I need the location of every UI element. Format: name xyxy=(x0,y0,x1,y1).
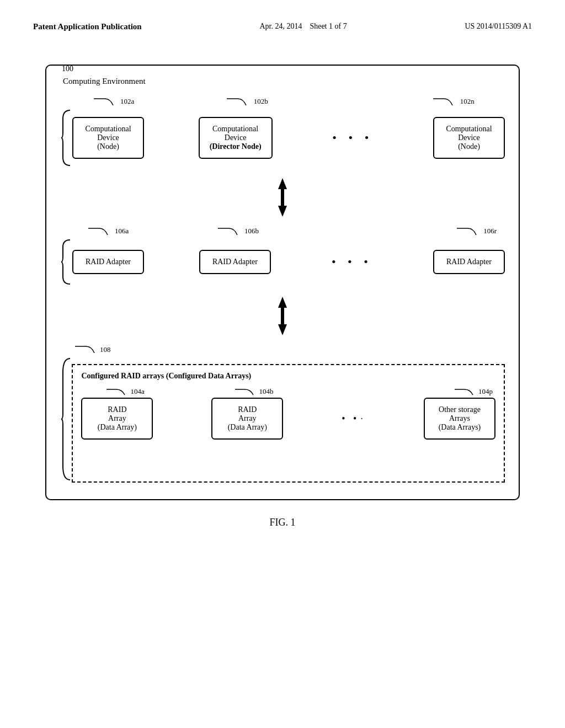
ref-106r-text: 106r xyxy=(483,227,497,235)
configured-label: Configured RAID arrays (Configured Data … xyxy=(81,372,495,381)
node-102a-line2: Device xyxy=(83,133,133,142)
ref-102n-text: 102n xyxy=(460,97,475,105)
publication-label: Patent Application Publication xyxy=(33,22,142,31)
header-left: Patent Application Publication xyxy=(33,22,142,31)
raid-adapter-106a-box: RAID Adapter xyxy=(72,250,144,274)
raid-adapter-106r-label: RAID Adapter xyxy=(446,258,492,266)
raid-adapter-106r-box: RAID Adapter xyxy=(433,250,505,274)
left-brace-configured xyxy=(60,356,72,483)
svg-marker-2 xyxy=(278,206,287,217)
node-dots: • • • xyxy=(327,131,379,145)
node-102n-line1: Computational xyxy=(444,125,494,133)
array-104a-line2: Array xyxy=(92,414,142,423)
array-104p-box: Other storage Arrays (Data Arrays) xyxy=(424,398,495,440)
ref-104a-label: 104a xyxy=(84,387,164,396)
ref-106a-label: 106a xyxy=(68,227,146,236)
raid-adapter-106a-label: RAID Adapter xyxy=(86,258,131,266)
array-104b-line1: RAID xyxy=(222,405,272,414)
ref-104p-text: 104p xyxy=(478,387,493,395)
bidirectional-arrow-2 xyxy=(266,297,299,335)
configured-dashed-box: Configured RAID arrays (Configured Data … xyxy=(72,364,505,483)
svg-rect-1 xyxy=(281,189,284,206)
node-102n-line3: (Node) xyxy=(444,142,494,151)
page: Patent Application Publication Apr. 24, … xyxy=(0,0,565,728)
svg-rect-4 xyxy=(281,308,284,324)
node-102a-line1: Computational xyxy=(83,125,133,133)
diagram-area: 100 Computing Environment 102a 102b xyxy=(45,65,520,500)
node-102b-line3: (Director Node) xyxy=(210,142,262,151)
array-104a-line1: RAID xyxy=(92,405,142,414)
computing-environment-box: Computing Environment 102a 102b xyxy=(45,65,520,500)
left-brace-nodes xyxy=(60,108,72,168)
ref-102n-label: 102n xyxy=(408,97,497,106)
ref-106b-text: 106b xyxy=(244,227,259,235)
ref-104a-text: 104a xyxy=(130,387,144,395)
ref-102a-label: 102a xyxy=(68,97,157,106)
sheet-info: Sheet 1 of 7 xyxy=(310,22,347,30)
node-102n-box: Computational Device (Node) xyxy=(433,117,505,159)
node-102a-box: Computational Device (Node) xyxy=(72,117,144,159)
computing-env-label: Computing Environment xyxy=(60,77,505,86)
ref-108-text: 108 xyxy=(100,345,111,354)
arrow-raid-to-arrays xyxy=(60,297,505,335)
array-104p-line2: Arrays xyxy=(435,414,484,423)
patent-number: US 2014/0115309 A1 xyxy=(465,22,532,30)
header: Patent Application Publication Apr. 24, … xyxy=(33,22,532,31)
svg-marker-3 xyxy=(278,297,287,308)
ref-106b-label: 106b xyxy=(198,227,275,236)
array-104b-box: RAID Array (Data Array) xyxy=(211,398,283,440)
raid-adapter-106b-box: RAID Adapter xyxy=(199,250,271,274)
left-brace-raid xyxy=(60,237,72,287)
ref-104p-label: 104p xyxy=(407,387,493,396)
array-104a-box: RAID Array (Data Array) xyxy=(81,398,153,440)
publication-date: Apr. 24, 2014 xyxy=(259,22,302,30)
array-104a-line3: (Data Array) xyxy=(92,423,142,432)
array-104p-line1: Other storage xyxy=(435,405,484,414)
ref-102b-label: 102b xyxy=(202,97,290,106)
ref-102a-text: 102a xyxy=(120,97,134,105)
raid-dots: • • • xyxy=(326,255,378,269)
array-dots: • • • xyxy=(342,413,365,425)
ref-106a-text: 106a xyxy=(115,227,129,235)
computing-env-text: Computing Environment xyxy=(63,77,146,85)
bidirectional-arrow-1 xyxy=(266,178,299,217)
ref-106r-label: 106r xyxy=(408,227,497,236)
header-right: US 2014/0115309 A1 xyxy=(465,22,532,31)
fig-label-text: FIG. 1 xyxy=(269,517,295,528)
array-104b-line2: Array xyxy=(222,414,272,423)
node-102b-line2: Device xyxy=(210,133,262,142)
array-104p-line3: (Data Arrays) xyxy=(435,423,484,432)
svg-marker-5 xyxy=(278,324,287,335)
array-104b-line3: (Data Array) xyxy=(222,423,272,432)
node-102b-line1: Computational xyxy=(210,125,262,133)
header-center: Apr. 24, 2014 Sheet 1 of 7 xyxy=(259,22,347,31)
ref-104b-text: 104b xyxy=(259,387,274,395)
figure-label: FIG. 1 xyxy=(33,517,532,528)
raid-adapter-106b-label: RAID Adapter xyxy=(212,258,258,266)
configured-label-text: Configured RAID arrays (Configured Data … xyxy=(81,372,251,380)
node-102b-box: Computational Device (Director Node) xyxy=(199,117,273,159)
svg-marker-0 xyxy=(278,178,287,189)
ref-104b-label: 104b xyxy=(213,387,293,396)
node-102a-line3: (Node) xyxy=(83,142,133,151)
arrow-nodes-to-raid xyxy=(60,178,505,217)
ref-102b-text: 102b xyxy=(254,97,268,105)
node-102n-line2: Device xyxy=(444,133,494,142)
